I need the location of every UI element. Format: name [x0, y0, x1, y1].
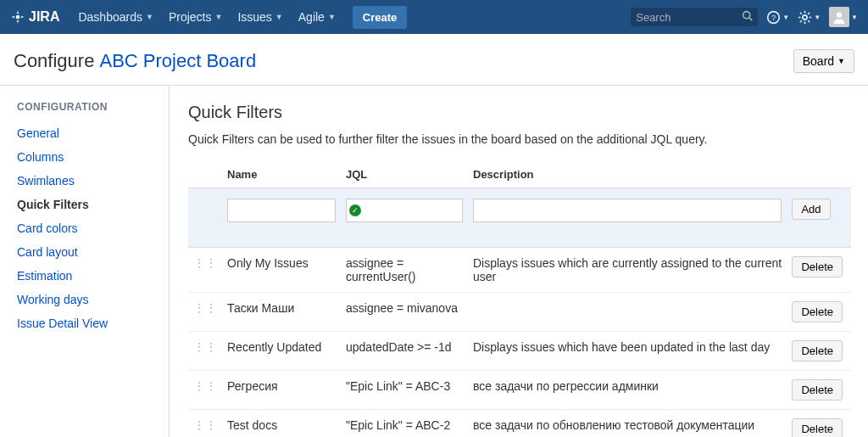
sidebar-item-link[interactable]: Columns [17, 150, 64, 164]
sidebar-item[interactable]: Working days [17, 288, 157, 311]
nav-projects[interactable]: Projects▼ [162, 3, 230, 31]
col-name: Name [222, 161, 341, 188]
sidebar-item[interactable]: Quick Filters [17, 193, 157, 216]
svg-point-6 [837, 12, 842, 17]
sidebar-item-link[interactable]: Swimlanes [17, 174, 75, 188]
chevron-down-icon: ▼ [275, 13, 283, 21]
nav-dashboards[interactable]: Dashboards▼ [71, 3, 159, 31]
sidebar-list: GeneralColumnsSwimlanesQuick FiltersCard… [17, 121, 157, 335]
page-title: Configure ABC Project Board [14, 50, 256, 72]
chevron-down-icon: ▼ [782, 14, 789, 21]
content-description: Quick Filters can be used to further fil… [188, 132, 851, 146]
sidebar-item-link[interactable]: Quick Filters [17, 198, 89, 211]
sidebar-item[interactable]: Issue Detail View [17, 311, 157, 335]
filter-name: Only My Issues [222, 248, 341, 293]
col-description: Description [468, 161, 787, 188]
nav-issues[interactable]: Issues▼ [231, 3, 289, 31]
chevron-down-icon: ▼ [814, 14, 821, 21]
drag-handle-icon[interactable]: ⋮⋮ [193, 380, 217, 392]
layout: CONFIGURATION GeneralColumnsSwimlanesQui… [0, 86, 868, 437]
sidebar: CONFIGURATION GeneralColumnsSwimlanesQui… [0, 86, 170, 437]
delete-button[interactable]: Delete [792, 301, 843, 322]
search-input[interactable] [636, 11, 742, 24]
svg-point-0 [16, 15, 20, 20]
sidebar-heading: CONFIGURATION [17, 101, 157, 113]
filter-description: все задачи по обновлению тестовой докуме… [468, 410, 787, 438]
sidebar-item-link[interactable]: General [17, 126, 59, 140]
filter-row: ⋮⋮Test docs"Epic Link" = ABC-2все задачи… [188, 410, 851, 438]
user-menu[interactable]: ▼ [829, 7, 858, 27]
sidebar-item-link[interactable]: Issue Detail View [17, 317, 108, 330]
sidebar-item[interactable]: Columns [17, 145, 157, 169]
chevron-down-icon: ▼ [837, 57, 845, 65]
chevron-down-icon: ▼ [214, 13, 222, 21]
chevron-down-icon: ▼ [851, 14, 858, 21]
chevron-down-icon: ▼ [328, 13, 336, 21]
nav-right: ? ▼ ▼ ▼ [631, 7, 858, 27]
delete-button[interactable]: Delete [792, 256, 843, 277]
sidebar-item-link[interactable]: Estimation [17, 269, 72, 283]
sidebar-item[interactable]: Card layout [17, 240, 157, 264]
svg-point-1 [743, 12, 750, 19]
filter-jql: assignee = mivanova [341, 293, 468, 332]
jira-logo-icon [10, 9, 25, 25]
help-menu[interactable]: ? ▼ [766, 10, 789, 25]
drag-handle-icon[interactable]: ⋮⋮ [193, 341, 217, 353]
board-dropdown-button[interactable]: Board ▼ [793, 49, 854, 73]
app-logo[interactable]: JIRA [10, 9, 59, 25]
filter-name: Регресия [222, 371, 341, 410]
add-button[interactable]: Add [792, 199, 830, 220]
add-description-input[interactable] [473, 199, 782, 222]
sidebar-item-link[interactable]: Card layout [17, 245, 78, 259]
sidebar-item[interactable]: Swimlanes [17, 169, 157, 193]
filter-row: ⋮⋮Recently UpdatedupdatedDate >= -1dDisp… [188, 332, 851, 371]
top-nav: JIRA Dashboards▼ Projects▼ Issues▼ Agile… [0, 0, 868, 34]
page-header: Configure ABC Project Board Board ▼ [0, 34, 868, 86]
sidebar-item[interactable]: Card colors [17, 216, 157, 240]
search-icon [742, 10, 753, 24]
filter-row: ⋮⋮Таски Машиassignee = mivanovaDelete [188, 293, 851, 332]
drag-handle-icon[interactable]: ⋮⋮ [193, 257, 217, 269]
add-name-input[interactable] [227, 199, 336, 222]
svg-text:?: ? [771, 13, 776, 21]
add-jql-input[interactable] [346, 199, 463, 222]
filter-jql: assignee = currentUser() [341, 248, 468, 293]
sidebar-item[interactable]: General [17, 121, 157, 145]
chevron-down-icon: ▼ [146, 13, 153, 21]
filter-description: Displays issues which have been updated … [468, 332, 787, 371]
filter-jql: "Epic Link" = ABC-3 [341, 371, 468, 410]
gear-icon [798, 10, 812, 25]
search-box[interactable] [631, 8, 758, 26]
sidebar-item-link[interactable]: Working days [17, 293, 89, 306]
sidebar-item-link[interactable]: Card colors [17, 221, 78, 235]
col-jql: JQL [341, 161, 468, 188]
drag-handle-icon[interactable]: ⋮⋮ [193, 419, 217, 431]
help-icon: ? [766, 10, 781, 25]
delete-button[interactable]: Delete [792, 340, 843, 361]
delete-button[interactable]: Delete [792, 418, 843, 437]
filter-description [468, 293, 787, 332]
sidebar-item[interactable]: Estimation [17, 264, 157, 288]
drag-handle-icon[interactable]: ⋮⋮ [193, 302, 217, 314]
nav-items: Dashboards▼ Projects▼ Issues▼ Agile▼ Cre… [71, 3, 407, 31]
filter-row: ⋮⋮Регресия"Epic Link" = ABC-3все задачи … [188, 371, 851, 410]
filter-description: все задачи по регрессии админки [468, 371, 787, 410]
filter-jql: updatedDate >= -1d [341, 332, 468, 371]
svg-line-2 [749, 18, 752, 20]
create-button[interactable]: Create [353, 6, 407, 29]
nav-agile[interactable]: Agile▼ [292, 3, 342, 31]
filter-jql: "Epic Link" = ABC-2 [341, 410, 468, 438]
filter-row: ⋮⋮Only My Issuesassignee = currentUser()… [188, 248, 851, 293]
app-logo-text: JIRA [29, 9, 59, 25]
content-heading: Quick Filters [188, 103, 851, 122]
filter-name: Таски Маши [222, 293, 341, 332]
delete-button[interactable]: Delete [792, 379, 843, 401]
admin-menu[interactable]: ▼ [798, 10, 821, 25]
filter-name: Recently Updated [222, 332, 341, 371]
filter-description: Displays issues which are currently assi… [468, 248, 787, 293]
filter-name: Test docs [222, 410, 341, 438]
jql-valid-icon: ✓ [349, 204, 361, 216]
content: Quick Filters Quick Filters can be used … [170, 86, 868, 437]
board-name-link[interactable]: ABC Project Board [100, 50, 257, 71]
filters-table: Name JQL Description ✓ [188, 161, 851, 437]
